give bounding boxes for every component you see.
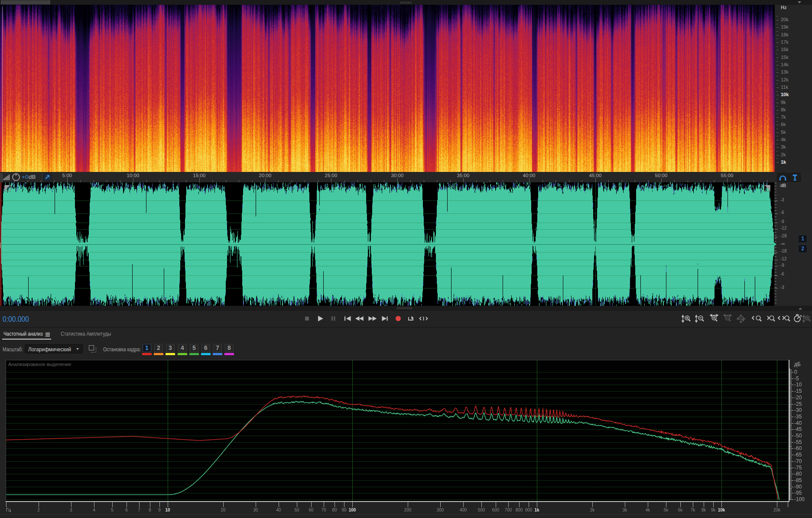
svg-text:dB: dB	[29, 174, 36, 180]
svg-text:+0: +0	[22, 174, 28, 180]
